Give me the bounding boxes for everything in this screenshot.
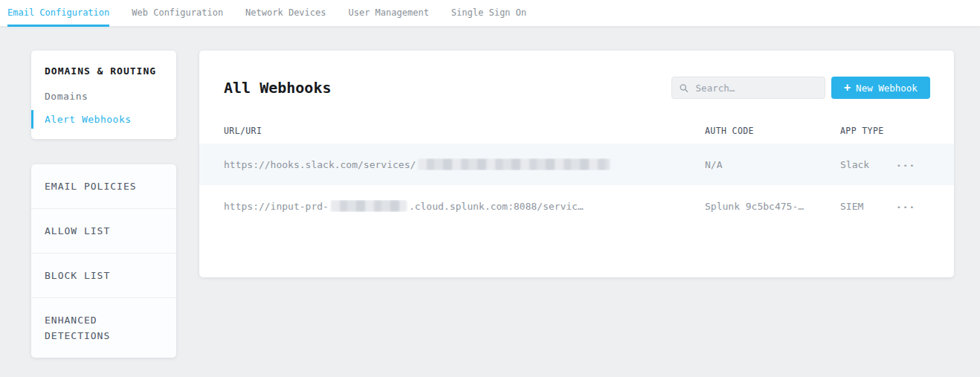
auth-code-cell: Splunk 9c5bc475-… xyxy=(705,201,840,212)
domains-routing-card: DOMAINS & ROUTING Domains Alert Webhooks xyxy=(31,51,176,139)
sidebar-item-enhanced-detections[interactable]: ENHANCED DETECTIONS xyxy=(31,297,176,358)
redacted-url-segment xyxy=(418,158,610,170)
row-actions-button[interactable]: ••• xyxy=(897,161,916,170)
tab-network-devices[interactable]: Network Devices xyxy=(245,0,326,26)
url-suffix: .cloud.splunk.com:8088/servic… xyxy=(409,201,584,212)
sidebar: DOMAINS & ROUTING Domains Alert Webhooks… xyxy=(31,51,176,358)
webhooks-table: URL/URI AUTH CODE APP TYPE https://hooks… xyxy=(199,118,954,227)
plus-icon: + xyxy=(844,83,851,94)
webhooks-panel: All Webhooks + New Webhook URL/URI AU xyxy=(199,51,954,277)
column-header-auth-code: AUTH CODE xyxy=(705,126,840,136)
app-type-cell: SIEM xyxy=(840,201,897,212)
search-icon xyxy=(680,83,689,93)
panel-controls: + New Webhook xyxy=(671,77,930,99)
top-navigation: Email Configuration Web Configuration Ne… xyxy=(0,0,980,27)
search-box[interactable] xyxy=(671,77,825,99)
column-header-app-type: APP TYPE xyxy=(840,126,897,136)
actions-cell: ••• xyxy=(897,159,954,170)
page-title: All Webhooks xyxy=(224,77,332,99)
sidebar-item-alert-webhooks[interactable]: Alert Webhooks xyxy=(45,110,163,129)
new-webhook-label: New Webhook xyxy=(856,83,918,94)
sidebar-item-domains[interactable]: Domains xyxy=(45,87,163,106)
sidebar-item-block-list[interactable]: BLOCK LIST xyxy=(31,253,176,297)
tab-user-management[interactable]: User Management xyxy=(348,0,428,26)
row-actions-button[interactable]: ••• xyxy=(897,203,916,211)
column-header-url: URL/URI xyxy=(224,126,705,136)
page-body: DOMAINS & ROUTING Domains Alert Webhooks… xyxy=(0,27,980,358)
actions-cell: ••• xyxy=(897,201,954,212)
tab-single-sign-on[interactable]: Single Sign On xyxy=(451,0,526,26)
sidebar-item-email-policies[interactable]: EMAIL POLICIES xyxy=(31,164,176,208)
url-cell: https://input-prd- .cloud.splunk.com:808… xyxy=(224,200,705,212)
panel-header: All Webhooks + New Webhook xyxy=(199,51,954,99)
url-prefix: https://hooks.slack.com/services/ xyxy=(224,159,416,170)
tab-email-configuration[interactable]: Email Configuration xyxy=(7,0,109,26)
table-row: https://hooks.slack.com/services/ N/A Sl… xyxy=(199,144,954,185)
redacted-url-segment xyxy=(331,200,407,212)
new-webhook-button[interactable]: + New Webhook xyxy=(831,77,930,99)
sidebar-item-allow-list[interactable]: ALLOW LIST xyxy=(31,208,176,253)
sidebar-section-list: EMAIL POLICIES ALLOW LIST BLOCK LIST ENH… xyxy=(31,164,176,358)
domains-routing-title: DOMAINS & ROUTING xyxy=(45,65,163,77)
table-header-row: URL/URI AUTH CODE APP TYPE xyxy=(199,118,954,144)
search-input[interactable] xyxy=(694,82,817,94)
table-row: https://input-prd- .cloud.splunk.com:808… xyxy=(199,185,954,227)
app-type-cell: Slack xyxy=(840,159,897,170)
url-cell: https://hooks.slack.com/services/ xyxy=(224,158,705,170)
tab-web-configuration[interactable]: Web Configuration xyxy=(132,0,223,26)
url-prefix: https://input-prd- xyxy=(224,201,329,212)
auth-code-cell: N/A xyxy=(705,159,840,170)
